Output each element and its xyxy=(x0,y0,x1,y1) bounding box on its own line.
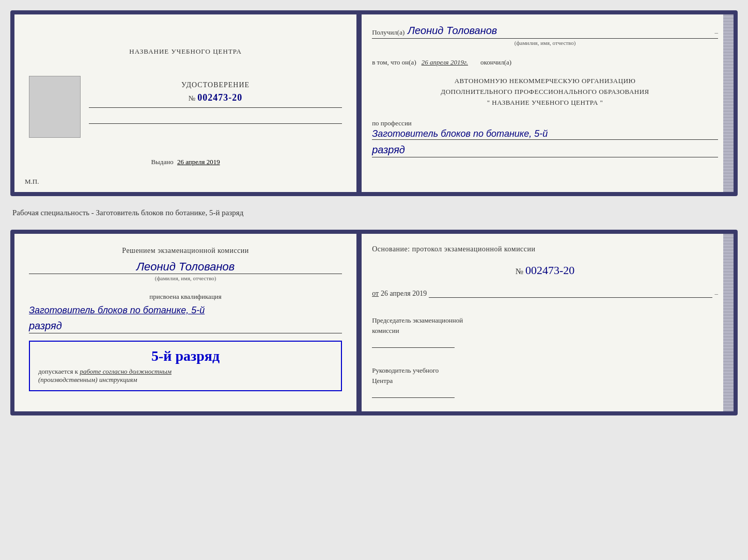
dash-right: – xyxy=(714,28,718,37)
org-block: АВТОНОМНУЮ НЕКОММЕРЧЕСКУЮ ОРГАНИЗАЦИЮ ДО… xyxy=(372,76,718,108)
binding-deco-bottom xyxy=(723,234,734,411)
certifies-text: в том, что он(а) xyxy=(372,58,416,66)
org-line2: ДОПОЛНИТЕЛЬНОГО ПРОФЕССИОНАЛЬНОГО ОБРАЗО… xyxy=(372,87,718,98)
bottom-doc-right: Основание: протокол экзаменационной коми… xyxy=(360,234,734,411)
stamp-allowed-cont: (производственным) инструкциям xyxy=(38,376,333,384)
page-wrapper: НАЗВАНИЕ УЧЕБНОГО ЦЕНТРА УДОСТОВЕРЕНИЕ №… xyxy=(10,10,738,415)
chairman-label-text: Председатель экзаменационной xyxy=(372,316,463,324)
org-line3: " НАЗВАНИЕ УЧЕБНОГО ЦЕНТРА " xyxy=(372,98,718,108)
photo-placeholder xyxy=(29,76,81,138)
cert-number: 002473-20 xyxy=(197,92,242,103)
basis-date-block: от 26 апреля 2019 – xyxy=(372,290,718,298)
issued-line: Выдано 26 апреля 2019 xyxy=(151,158,220,166)
basis-label: Основание: протокол экзаменационной коми… xyxy=(372,245,535,253)
top-document: НАЗВАНИЕ УЧЕБНОГО ЦЕНТРА УДОСТОВЕРЕНИЕ №… xyxy=(10,10,738,196)
stamp-rank: 5-й разряд xyxy=(38,348,333,364)
cert-title-label: УДОСТОВЕРЕНИЕ xyxy=(89,81,342,89)
recipient-block: Получил(а) Леонид Толованов – (фамилия, … xyxy=(372,25,718,46)
profession-label: по профессии xyxy=(372,119,412,127)
bottom-document: Решением экзаменационной комиссии Леонид… xyxy=(10,230,738,415)
razryad-top: разряд xyxy=(372,144,718,157)
director-label2: Центра xyxy=(372,377,393,385)
issued-label: Выдано xyxy=(151,158,173,166)
issued-date: 26 апреля 2019 xyxy=(177,158,220,166)
profession-value: Заготовитель блоков по ботанике, 5-й xyxy=(372,129,718,140)
director-label-text: Руководитель учебного xyxy=(372,366,439,374)
profession-block: по профессии Заготовитель блоков по бота… xyxy=(372,118,718,157)
specialty-label: Рабочая специальность - Заготовитель бло… xyxy=(10,205,738,220)
bottom-doc-left: Решением экзаменационной комиссии Леонид… xyxy=(14,234,360,411)
stamp-allowed: допускается к работе согласно должностны… xyxy=(38,367,333,376)
stamp-box: 5-й разряд допускается к работе согласно… xyxy=(29,341,342,391)
certifies-date: 26 апреля 2019г. xyxy=(422,58,468,66)
basis-block: Основание: протокол экзаменационной коми… xyxy=(372,244,718,253)
director-sig-line xyxy=(372,388,455,398)
bottom-person-name: Леонид Толованов xyxy=(29,260,342,274)
stamp-allowed-value: работе согласно должностным xyxy=(80,367,172,375)
fio-hint-bottom: (фамилия, имя, отчество) xyxy=(29,275,342,281)
director-label: Руководитель учебного Центра xyxy=(372,365,718,386)
qualification-assigned-label: присвоена квалификация xyxy=(29,293,342,301)
cert-title-block: УДОСТОВЕРЕНИЕ № 002473-20 xyxy=(89,76,342,124)
recipient-name: Леонид Толованов xyxy=(408,25,497,37)
fio-hint-top: (фамилия, имя, отчество) xyxy=(372,40,718,46)
finished-label: окончил(а) xyxy=(480,58,511,66)
razryad-bottom: разряд xyxy=(29,320,342,333)
top-doc-right: Получил(а) Леонид Толованов – (фамилия, … xyxy=(360,14,734,192)
qualification-value: Заготовитель блоков по ботанике, 5-й xyxy=(29,304,342,317)
school-name-top: НАЗВАНИЕ УЧЕБНОГО ЦЕНТРА xyxy=(129,47,241,56)
director-block: Руководитель учебного Центра xyxy=(372,365,718,398)
qualification-block: присвоена квалификация Заготовитель блок… xyxy=(29,287,342,333)
commission-decision-block: Решением экзаменационной комиссии Леонид… xyxy=(29,245,342,281)
chairman-sig-line xyxy=(372,338,455,348)
chairman-label2: комиссии xyxy=(372,327,399,334)
basis-number: 002473-20 xyxy=(525,264,574,277)
number-prefix: № xyxy=(516,267,523,276)
basis-number-block: № 002473-20 xyxy=(372,264,718,277)
top-doc-left: НАЗВАНИЕ УЧЕБНОГО ЦЕНТРА УДОСТОВЕРЕНИЕ №… xyxy=(14,14,360,192)
mp-label: М.П. xyxy=(25,178,39,186)
chairman-block: Председатель экзаменационной комиссии xyxy=(372,315,718,348)
org-line1: АВТОНОМНУЮ НЕКОММЕРЧЕСКУЮ ОРГАНИЗАЦИЮ xyxy=(372,76,718,87)
certifies-block: в том, что он(а) 26 апреля 2019г. окончи… xyxy=(372,57,718,67)
date-prefix: от xyxy=(372,290,379,298)
binding-deco-top xyxy=(723,14,734,192)
cert-num-prefix: № xyxy=(189,94,195,102)
stamp-allowed-prefix: допускается к xyxy=(38,367,78,375)
chairman-label: Председатель экзаменационной комиссии xyxy=(372,315,718,335)
commission-decision-text: Решением экзаменационной комиссии xyxy=(29,245,342,256)
date-dash: – xyxy=(714,290,718,298)
recipient-label: Получил(а) xyxy=(372,28,404,37)
basis-date: 26 апреля 2019 xyxy=(381,290,427,298)
